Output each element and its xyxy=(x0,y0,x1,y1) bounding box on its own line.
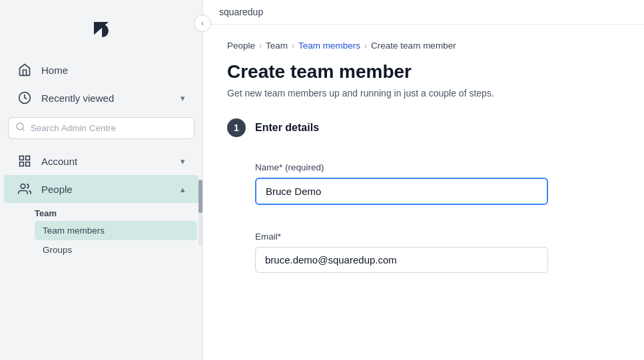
svg-rect-5 xyxy=(26,156,30,160)
email-form-group: Email* xyxy=(227,232,620,273)
svg-line-3 xyxy=(22,128,24,130)
chevron-account-icon: ▾ xyxy=(180,156,185,166)
sidebar-item-account[interactable]: Account ▾ xyxy=(4,147,198,175)
svg-rect-7 xyxy=(26,162,30,166)
breadcrumb-sep-1: › xyxy=(259,41,262,51)
search-input[interactable] xyxy=(31,123,187,133)
scrollbar-thumb[interactable] xyxy=(198,180,202,213)
page-title: Create team member xyxy=(227,61,620,83)
email-label: Email* xyxy=(255,232,620,242)
step-1-section: 1 Enter details Name* (required) Email* xyxy=(227,118,620,286)
sidebar-collapse-button[interactable]: ‹ xyxy=(194,15,211,32)
breadcrumb-team-members[interactable]: Team members xyxy=(298,41,360,51)
people-submenu: Team Team members Groups xyxy=(0,203,202,260)
svg-rect-6 xyxy=(20,162,24,166)
step-1-header: 1 Enter details xyxy=(227,118,620,137)
breadcrumb-current: Create team member xyxy=(371,41,456,51)
step-1-title: Enter details xyxy=(255,122,319,134)
chevron-left-icon: ‹ xyxy=(201,19,204,28)
breadcrumb-sep-3: › xyxy=(364,41,367,51)
name-input[interactable] xyxy=(255,178,548,205)
sidebar-item-recently-viewed-label: Recently viewed xyxy=(41,92,114,104)
breadcrumb-team[interactable]: Team xyxy=(266,41,288,51)
chevron-down-icon: ▾ xyxy=(180,93,185,103)
sidebar: Home Recently viewed ▾ xyxy=(0,0,203,360)
content-area: People › Team › Team members › Create te… xyxy=(203,25,644,360)
sidebar-item-people-label: People xyxy=(41,184,73,195)
scrollbar-track xyxy=(198,180,202,246)
svg-rect-4 xyxy=(20,156,24,160)
sidebar-item-account-label: Account xyxy=(41,156,77,167)
sidebar-logo xyxy=(0,0,202,56)
name-form-group: Name* (required) xyxy=(227,162,620,205)
sidebar-item-groups[interactable]: Groups xyxy=(35,240,197,260)
clock-icon xyxy=(17,90,32,105)
home-icon xyxy=(17,63,32,77)
email-input[interactable] xyxy=(255,247,548,273)
page-subtitle: Get new team members up and running in j… xyxy=(227,88,620,98)
app-name: squaredup xyxy=(219,7,263,17)
breadcrumb: People › Team › Team members › Create te… xyxy=(227,41,620,51)
account-icon xyxy=(17,154,32,168)
sidebar-item-home[interactable]: Home xyxy=(4,56,198,84)
sidebar-item-people[interactable]: People ▴ xyxy=(4,175,198,203)
svg-point-8 xyxy=(21,184,25,189)
chevron-people-icon: ▴ xyxy=(180,184,185,194)
search-icon xyxy=(15,122,25,134)
breadcrumb-people[interactable]: People xyxy=(227,41,255,51)
people-icon xyxy=(17,182,32,196)
sidebar-item-recently-viewed[interactable]: Recently viewed ▾ xyxy=(4,84,198,112)
main-content: squaredup People › Team › Team members ›… xyxy=(203,0,644,360)
search-container xyxy=(8,117,194,139)
name-label: Name* (required) xyxy=(255,162,620,172)
sidebar-item-home-label: Home xyxy=(41,65,68,76)
search-wrapper xyxy=(8,117,194,139)
svg-point-2 xyxy=(17,123,23,130)
top-bar: squaredup xyxy=(203,0,644,25)
step-1-badge: 1 xyxy=(227,118,246,137)
sidebar-item-team-members[interactable]: Team members xyxy=(35,221,197,240)
team-section-label: Team xyxy=(35,203,202,221)
breadcrumb-sep-2: › xyxy=(292,41,294,51)
